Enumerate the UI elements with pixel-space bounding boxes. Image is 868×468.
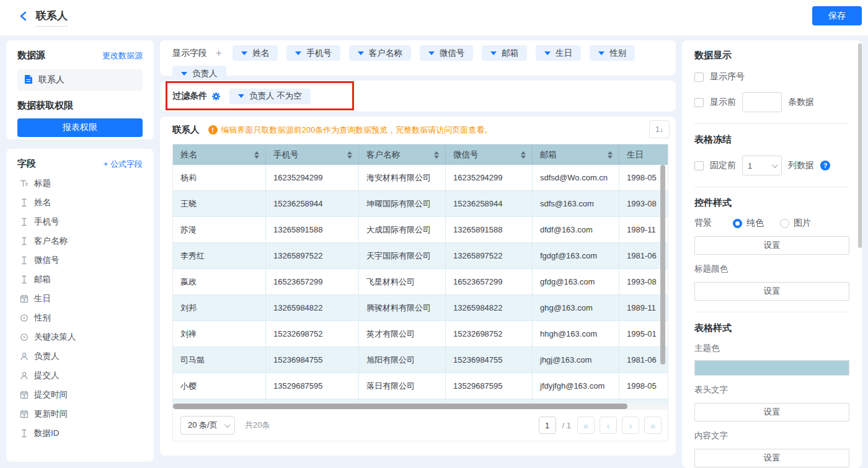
field-item[interactable]: 手机号	[17, 212, 143, 231]
title-color-label: 标题颜色	[694, 263, 849, 275]
field-item[interactable]: 关键决策人	[17, 327, 143, 347]
horizontal-scrollbar[interactable]	[173, 403, 668, 410]
column-header[interactable]: 邮箱	[533, 144, 619, 165]
table-cell: 落日有限公司	[359, 373, 446, 399]
field-item-label: 邮箱	[34, 274, 51, 285]
datasource-item[interactable]: 联系人	[17, 69, 143, 91]
save-button[interactable]: 保存	[812, 6, 862, 25]
display-field-chip[interactable]: 微信号	[420, 45, 474, 61]
header-text-set-button[interactable]: 设置	[694, 403, 849, 422]
show-first-count-input[interactable]	[742, 92, 782, 112]
field-item[interactable]: 数据ID	[17, 423, 143, 443]
field-item[interactable]: 更新时间	[17, 404, 143, 423]
image-label[interactable]: 图片	[794, 218, 811, 229]
chevron-down-icon	[181, 72, 187, 76]
field-item-label: 性别	[34, 312, 51, 324]
table-cell: jhgj@163.com	[533, 347, 619, 373]
back-chevron-icon	[19, 11, 27, 24]
page-title[interactable]: 联系人	[36, 9, 68, 27]
current-page-input[interactable]: 1	[539, 417, 556, 434]
title-color-set-button[interactable]: 设置	[694, 282, 849, 301]
column-header[interactable]: 生日	[619, 144, 668, 165]
sort-arrows-icon[interactable]	[608, 151, 613, 159]
solid-color-label[interactable]: 纯色	[746, 218, 764, 229]
divider	[694, 312, 849, 312]
table-header-row: 姓名手机号客户名称微信号邮箱生日	[173, 144, 668, 165]
chevron-down-icon	[224, 422, 231, 428]
field-item-label: 提交时间	[34, 389, 68, 400]
field-item[interactable]: 负责人	[17, 347, 143, 366]
page-size-select[interactable]: 20 条/页	[180, 416, 235, 435]
sort-arrows-icon[interactable]	[434, 151, 439, 159]
field-item[interactable]: 微信号	[17, 250, 143, 270]
freeze-checkbox[interactable]	[694, 161, 704, 170]
column-header[interactable]: 客户名称	[359, 144, 446, 165]
column-header-label: 客户名称	[366, 149, 400, 161]
freeze-count-select[interactable]: 1	[742, 156, 782, 175]
theme-color-swatch[interactable]	[694, 360, 849, 376]
field-item[interactable]: 提交时间	[17, 385, 143, 404]
background-set-button[interactable]: 设置	[694, 236, 849, 255]
next-page-button[interactable]: ›	[622, 417, 639, 434]
chevron-down-icon	[358, 51, 364, 55]
display-field-chip[interactable]: 邮箱	[482, 45, 527, 61]
field-item[interactable]: 提交人	[17, 366, 143, 385]
show-first-checkbox[interactable]	[694, 98, 704, 107]
change-datasource-link[interactable]: 更改数据源	[102, 50, 143, 61]
settings-scrollbar-thumb[interactable]	[858, 43, 862, 248]
last-page-button[interactable]: »	[644, 417, 662, 434]
field-item-label: 数据ID	[34, 428, 60, 439]
vertical-scrollbar[interactable]	[660, 165, 665, 403]
table-row: 刘邦13265984822腾骏材料有限公司13265984822ghg@163.…	[173, 295, 668, 321]
horizontal-scrollbar-thumb[interactable]	[173, 404, 627, 409]
vertical-scrollbar-thumb[interactable]	[660, 165, 665, 364]
display-field-chip[interactable]: 手机号	[286, 45, 340, 61]
field-item[interactable]: 邮箱	[17, 270, 143, 289]
text-field-icon	[20, 218, 29, 226]
column-header-label: 邮箱	[540, 149, 557, 161]
image-radio[interactable]	[780, 219, 789, 228]
field-item[interactable]: 客户名称	[17, 231, 143, 250]
back-button[interactable]	[16, 11, 30, 24]
filter-gear-icon[interactable]	[211, 92, 221, 101]
display-field-chip[interactable]: 负责人	[172, 66, 226, 81]
table-cell: 飞星材料公司	[359, 269, 446, 295]
sort-arrows-icon[interactable]	[254, 151, 259, 159]
sort-arrows-icon[interactable]	[347, 151, 352, 159]
field-item[interactable]: 姓名	[17, 193, 143, 212]
table-cell: 15236984755	[266, 347, 359, 373]
solid-color-radio[interactable]	[733, 219, 742, 228]
help-icon[interactable]: ?	[820, 161, 830, 170]
column-header[interactable]: 姓名	[173, 144, 266, 165]
sort-order-tool-button[interactable]: 1↓	[649, 120, 670, 138]
display-field-chip[interactable]: 客户名称	[349, 45, 411, 61]
table-cell: dfdf@163.com	[533, 217, 619, 243]
table-cell: 15232698752	[266, 321, 359, 347]
filter-condition-chip[interactable]: 负责人 不为空	[229, 89, 311, 104]
display-fields-panel: 显示字段 + 姓名手机号客户名称微信号邮箱生日性别负责人	[160, 40, 676, 76]
sort-arrows-icon[interactable]	[521, 151, 526, 159]
report-permission-button[interactable]: 报表权限	[17, 118, 143, 137]
table-row: 小樱13529687595落日有限公司13529687595jfdyjfgh@1…	[173, 373, 668, 399]
field-item-label: 标题	[34, 178, 51, 189]
person-icon	[20, 352, 29, 361]
field-list: 标题姓名手机号客户名称微信号邮箱生日性别关键决策人负责人提交人提交时间更新时间数…	[17, 174, 143, 443]
field-item[interactable]: 标题	[17, 174, 143, 193]
show-index-checkbox[interactable]	[694, 73, 704, 82]
column-header[interactable]: 手机号	[266, 144, 359, 165]
field-item[interactable]: 生日	[17, 289, 143, 308]
field-item[interactable]: 性别	[17, 308, 143, 327]
formula-field-link[interactable]: + 公式字段	[104, 159, 143, 170]
chevron-down-icon	[428, 51, 435, 55]
column-header[interactable]: 微信号	[446, 144, 533, 165]
prev-page-button[interactable]: ‹	[600, 417, 617, 434]
first-page-button[interactable]: «	[577, 417, 595, 434]
content-text-set-button[interactable]: 设置	[694, 449, 849, 467]
display-field-chip[interactable]: 姓名	[232, 45, 278, 61]
display-field-chip[interactable]: 性别	[590, 45, 635, 61]
radio-icon	[20, 333, 29, 342]
show-first-suffix: 条数据	[788, 97, 814, 108]
add-display-field-button[interactable]: +	[216, 48, 221, 59]
display-field-chip[interactable]: 生日	[536, 45, 581, 61]
freeze-heading: 表格冻结	[694, 134, 849, 146]
